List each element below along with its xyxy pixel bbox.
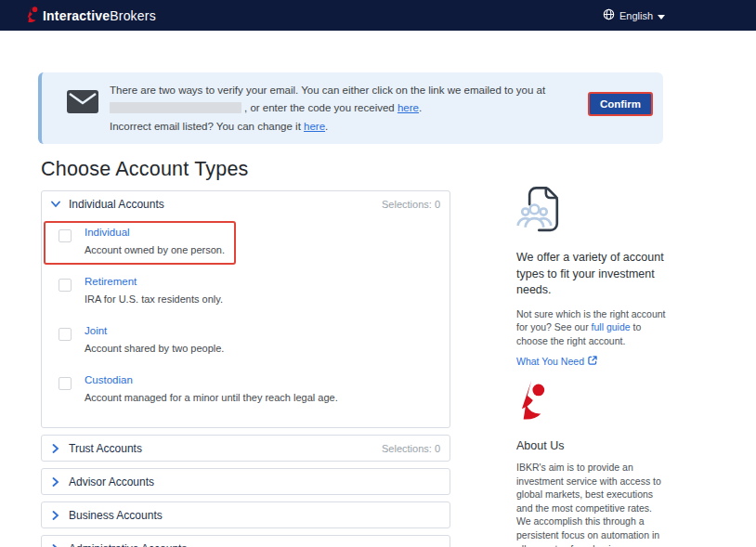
panel-title: Individual Accounts (69, 198, 164, 211)
checkbox-joint[interactable] (59, 328, 72, 341)
chevron-right-icon (51, 477, 60, 487)
chevron-down-icon (51, 200, 60, 209)
checkbox-individual[interactable] (59, 229, 72, 242)
language-selector[interactable]: English (603, 8, 665, 22)
sidebar-guide-text: Not sure which is the right account for … (516, 307, 668, 348)
option-desc: IRA for U.S. tax residents only. (85, 293, 223, 305)
banner-line-2: , or enter the code you received here. (110, 99, 545, 117)
banner-line-1: There are two ways to verify your email.… (110, 82, 545, 99)
redacted-email-box (110, 102, 241, 113)
email-verification-banner: There are two ways to verify your email.… (38, 72, 663, 144)
info-sidebar: We offer a variety of account types to f… (516, 183, 668, 547)
selections-count: Selections: 0 (382, 443, 440, 454)
panel-body-individual-accounts: Individual Account owned by one person. … (42, 216, 450, 427)
panel-title: Business Accounts (69, 509, 163, 522)
account-types-icon (516, 183, 668, 238)
chevron-down-icon (658, 10, 665, 21)
ibkr-logo-icon-large (516, 379, 668, 425)
checkbox-retirement[interactable] (59, 279, 72, 292)
account-types-list: Individual Accounts Selections: 0 Indivi… (41, 190, 450, 547)
banner-text: There are two ways to verify your email.… (110, 82, 545, 136)
panel-title: Advisor Accounts (69, 475, 154, 488)
option-label-custodian[interactable]: Custodian (85, 374, 338, 385)
option-desc: Account owned by one person. (85, 244, 225, 255)
option-retirement: Retirement IRA for U.S. tax residents on… (44, 270, 234, 314)
option-joint: Joint Account shared by two people. (44, 319, 235, 363)
option-individual: Individual Account owned by one person. (44, 221, 236, 265)
globe-icon (603, 8, 615, 22)
language-label: English (619, 10, 653, 21)
content-area: Individual Accounts Selections: 0 Indivi… (41, 190, 756, 547)
panel-title: Administrative Accounts (69, 542, 187, 547)
sidebar-intro-text: We offer a variety of account types to f… (516, 250, 668, 299)
panel-title: Trust Accounts (69, 442, 142, 455)
chevron-right-icon (51, 444, 60, 453)
about-us-text: IBKR's aim is to provide an investment s… (516, 461, 668, 547)
option-label-joint[interactable]: Joint (85, 325, 224, 336)
panel-header-administrative-accounts[interactable]: Administrative Accounts (42, 536, 450, 547)
option-desc: Account managed for a minor until they r… (85, 392, 338, 403)
confirm-button[interactable]: Confirm (588, 92, 653, 116)
external-link-icon (588, 356, 597, 367)
interactive-brokers-logo[interactable]: InteractiveBrokers (25, 5, 156, 27)
envelope-icon (67, 82, 98, 136)
option-desc: Account shared by two people. (85, 343, 224, 354)
panel-trust-accounts: Trust Accounts Selections: 0 (41, 435, 450, 462)
option-label-individual[interactable]: Individual (85, 227, 225, 238)
panel-business-accounts: Business Accounts (41, 501, 450, 528)
change-email-link[interactable]: here (304, 121, 325, 132)
chevron-right-icon (51, 511, 60, 520)
full-guide-link[interactable]: full guide (592, 321, 631, 332)
panel-header-advisor-accounts[interactable]: Advisor Accounts (42, 469, 450, 494)
brand-name: InteractiveBrokers (43, 8, 156, 23)
top-navbar: InteractiveBrokers English (0, 0, 756, 31)
checkbox-custodian[interactable] (59, 377, 72, 390)
page-title: Choose Account Types (41, 158, 756, 181)
panel-header-individual-accounts[interactable]: Individual Accounts Selections: 0 (42, 191, 450, 216)
enter-code-link[interactable]: here (398, 102, 419, 113)
option-custodian: Custodian Account managed for a minor un… (44, 369, 349, 412)
panel-administrative-accounts: Administrative Accounts (41, 535, 450, 547)
what-you-need-link[interactable]: What You Need (516, 356, 597, 367)
panel-individual-accounts: Individual Accounts Selections: 0 Indivi… (41, 190, 450, 428)
selections-count: Selections: 0 (382, 199, 440, 210)
panel-advisor-accounts: Advisor Accounts (41, 468, 450, 495)
ibkr-logo-icon (25, 5, 39, 27)
panel-header-trust-accounts[interactable]: Trust Accounts Selections: 0 (42, 436, 450, 461)
about-us-title: About Us (516, 439, 668, 452)
panel-header-business-accounts[interactable]: Business Accounts (42, 502, 450, 527)
what-you-need-label[interactable]: What You Need (516, 356, 584, 367)
banner-line-3: Incorrect email listed? You can change i… (110, 118, 545, 136)
option-label-retirement[interactable]: Retirement (85, 276, 223, 287)
chevron-right-icon (51, 544, 60, 547)
